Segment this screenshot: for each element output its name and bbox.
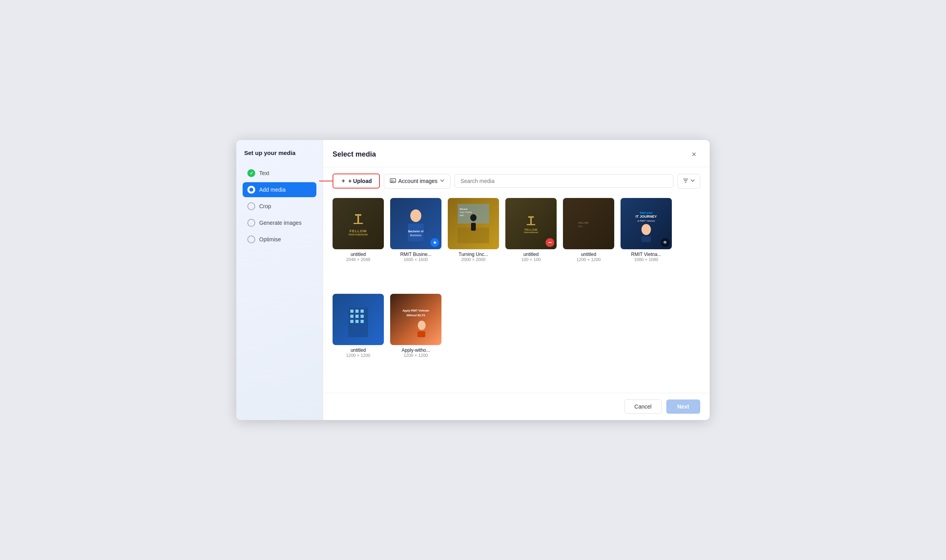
sidebar-item-generate[interactable]: Generate images	[243, 215, 316, 230]
close-button[interactable]: ×	[688, 148, 700, 161]
svg-text:at RMIT Vietnam: at RMIT Vietnam	[638, 220, 655, 222]
media-item-size: 2048 × 2048	[346, 257, 370, 262]
sidebar-item-optimise[interactable]: Optimise	[243, 232, 316, 247]
svg-rect-37	[350, 315, 353, 318]
svg-text:with ...: with ...	[459, 214, 467, 217]
svg-text:Bachelor of: Bachelor of	[408, 230, 424, 233]
svg-rect-34	[350, 310, 353, 313]
media-item-name: RMIT Vietna...	[631, 252, 661, 257]
svg-rect-21	[528, 216, 534, 218]
toolbar: ＋ + Upload Account images	[323, 167, 710, 195]
filter-button[interactable]	[677, 174, 700, 189]
svg-text:Start your: Start your	[639, 211, 652, 215]
chevron-down-icon	[440, 178, 445, 184]
media-item-size: 1200 × 1200	[576, 257, 600, 262]
media-thumbnail: FELLOW International −	[505, 198, 557, 249]
filter-chevron-icon	[690, 178, 695, 184]
svg-rect-6	[357, 216, 359, 224]
cancel-button[interactable]: Cancel	[624, 399, 662, 414]
svg-rect-41	[355, 320, 359, 323]
radio-icon-optimise	[247, 235, 255, 243]
svg-point-16	[470, 214, 477, 221]
media-thumbnail: FELLOW RMIT	[563, 198, 614, 249]
completed-icon	[247, 169, 255, 177]
modal-footer: Cancel Next	[323, 393, 710, 420]
svg-point-30	[641, 224, 651, 235]
sidebar-item-add-media-label: Add media	[259, 187, 286, 193]
svg-rect-40	[350, 320, 353, 323]
svg-rect-31	[641, 236, 651, 242]
account-images-icon	[390, 177, 396, 185]
svg-rect-47	[417, 331, 425, 337]
media-item-name: Apply-witho...	[402, 347, 430, 353]
next-button[interactable]: Next	[666, 399, 700, 414]
modal-header: Select media ×	[323, 140, 710, 167]
media-thumbnail: Apply RMIT Vietnam Without IELTS	[390, 294, 441, 345]
media-item[interactable]: Secure Your Future with ... Turning Unc.…	[448, 198, 499, 287]
svg-rect-35	[355, 310, 359, 313]
media-item-size: 1600 × 1600	[404, 257, 428, 262]
media-item-size: 100 × 100	[521, 257, 540, 262]
sidebar: Set up your media Text Add media Crop Ge…	[236, 140, 323, 420]
sidebar-item-add-media[interactable]: Add media	[243, 182, 316, 197]
sidebar-item-crop[interactable]: Crop	[243, 199, 316, 214]
svg-rect-22	[530, 218, 532, 225]
media-item[interactable]: FELLOW International − untitled 100 × 10…	[505, 198, 557, 287]
sidebar-item-text-label: Text	[259, 170, 269, 176]
svg-rect-42	[361, 320, 364, 323]
svg-text:IT JOURNEY: IT JOURNEY	[636, 215, 657, 218]
media-item-name: Turning Unc...	[459, 252, 488, 257]
svg-text:Without IELTS: Without IELTS	[406, 314, 425, 317]
radio-wrapper	[247, 186, 255, 194]
account-images-label: Account images	[398, 178, 438, 184]
media-item[interactable]: untitled 1200 × 1200	[333, 294, 384, 383]
svg-rect-5	[355, 214, 361, 216]
media-item[interactable]: Bachelor of Business ★ RMIT Busine... 16…	[390, 198, 441, 287]
svg-rect-38	[355, 315, 359, 318]
star-badge: ★	[430, 238, 439, 247]
svg-rect-23	[527, 224, 535, 225]
upload-plus-icon: ＋	[340, 177, 346, 185]
svg-rect-36	[361, 310, 364, 313]
media-item-size: 1200 × 1200	[346, 353, 370, 358]
sidebar-item-optimise-label: Optimise	[259, 236, 281, 243]
svg-rect-39	[361, 315, 364, 318]
media-grid: FELLOW International untitled 2048 × 204…	[323, 195, 710, 393]
svg-text:RMIT: RMIT	[578, 226, 583, 228]
minus-badge: −	[546, 238, 554, 247]
svg-text:Secure: Secure	[460, 208, 468, 210]
modal-title: Select media	[333, 150, 376, 159]
svg-text:Your Future: Your Future	[460, 211, 472, 213]
account-images-button[interactable]: Account images	[384, 174, 451, 189]
filter-icon	[682, 177, 689, 185]
upload-button[interactable]: ＋ + Upload	[333, 174, 380, 189]
media-thumbnail: Bachelor of Business ★	[390, 198, 441, 249]
media-item[interactable]: FELLOW RMIT untitled 1200 × 1200	[563, 198, 614, 287]
media-item-size: 2000 × 2000	[461, 257, 485, 262]
media-item-size: 1080 × 1080	[634, 257, 658, 262]
svg-rect-7	[353, 223, 363, 224]
sidebar-item-generate-label: Generate images	[259, 220, 301, 226]
svg-text:Apply RMIT Vietnam: Apply RMIT Vietnam	[402, 309, 429, 312]
media-item-name: untitled	[581, 252, 596, 257]
sidebar-item-text[interactable]: Text	[243, 166, 316, 181]
media-item-name: untitled	[351, 252, 366, 257]
svg-rect-43	[400, 300, 432, 339]
main-content: Select media × ＋ + Upload	[323, 140, 710, 420]
svg-point-1	[391, 179, 393, 181]
media-item[interactable]: Start your IT JOURNEY at RMIT Vietnam 👁 …	[621, 198, 672, 287]
radio-icon-generate	[247, 219, 255, 227]
media-thumbnail: Secure Your Future with ...	[448, 198, 499, 249]
svg-point-46	[418, 321, 426, 330]
eye-badge: 👁	[661, 238, 669, 247]
media-thumbnail	[333, 294, 384, 345]
radio-dot	[249, 188, 253, 192]
media-item-name: untitled	[351, 347, 366, 353]
svg-text:Business: Business	[410, 234, 422, 237]
media-item[interactable]: Apply RMIT Vietnam Without IELTS Apply-w…	[390, 294, 441, 383]
radio-icon-crop	[247, 202, 255, 210]
media-item[interactable]: FELLOW International untitled 2048 × 204…	[333, 198, 384, 287]
media-item-size: 1200 × 1200	[404, 353, 428, 358]
search-input[interactable]	[454, 174, 673, 188]
svg-rect-17	[471, 223, 476, 231]
